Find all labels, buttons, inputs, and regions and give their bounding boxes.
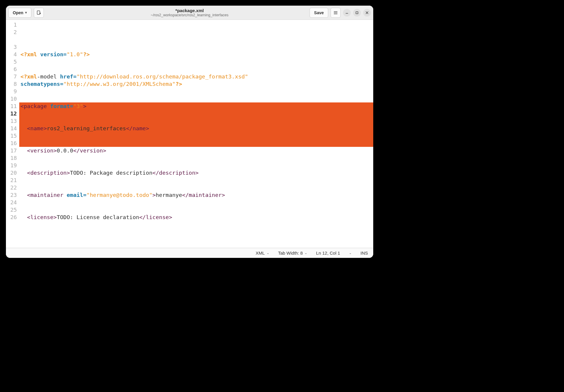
maximize-button[interactable] <box>353 9 361 17</box>
maximize-icon <box>355 11 358 14</box>
save-button[interactable]: Save <box>310 8 328 18</box>
statusbar: XML ⌄ Tab Width: 8 ⌄ Ln 12, Col 1 ⌄ INS <box>6 248 373 258</box>
svg-rect-7 <box>356 12 358 14</box>
editor-area[interactable]: 1234567891011121314151617181920212223242… <box>6 20 373 248</box>
close-icon <box>366 11 368 14</box>
chevron-down-icon: ▾ <box>25 11 27 15</box>
menu-button[interactable] <box>331 8 341 18</box>
minimize-icon <box>345 11 348 14</box>
minimize-button[interactable] <box>343 9 351 17</box>
code-content[interactable]: <?xml version="1.0"?> <?xml-model href="… <box>19 20 373 248</box>
titlebar: Open ▾ *package.xml ~/ros2_workspace/src… <box>6 6 373 20</box>
line-number-gutter: 1234567891011121314151617181920212223242… <box>6 20 19 248</box>
chevron-down-icon: ⌄ <box>267 251 269 255</box>
open-button[interactable]: Open ▾ <box>8 8 31 18</box>
new-tab-button[interactable] <box>34 8 44 18</box>
close-button[interactable] <box>363 9 371 17</box>
hamburger-icon <box>333 10 338 15</box>
cursor-position[interactable]: Ln 12, Col 1 <box>316 250 340 256</box>
language-selector[interactable]: XML ⌄ <box>256 250 269 256</box>
chevron-down-icon: ⌄ <box>349 251 352 255</box>
goto-line[interactable]: ⌄ <box>349 251 352 255</box>
editor-window: Open ▾ *package.xml ~/ros2_workspace/src… <box>6 6 373 258</box>
chevron-down-icon: ⌄ <box>305 251 307 255</box>
position-label: Ln 12, Col 1 <box>316 250 340 256</box>
insert-mode-toggle[interactable]: INS <box>360 250 368 256</box>
tab-width-selector[interactable]: Tab Width: 8 ⌄ <box>278 250 307 256</box>
svg-rect-0 <box>37 11 40 14</box>
language-label: XML <box>256 250 265 256</box>
open-label: Open <box>13 10 23 15</box>
new-document-icon <box>36 10 41 15</box>
tab-width-label: Tab Width: 8 <box>278 250 303 256</box>
insert-mode-label: INS <box>360 250 368 256</box>
